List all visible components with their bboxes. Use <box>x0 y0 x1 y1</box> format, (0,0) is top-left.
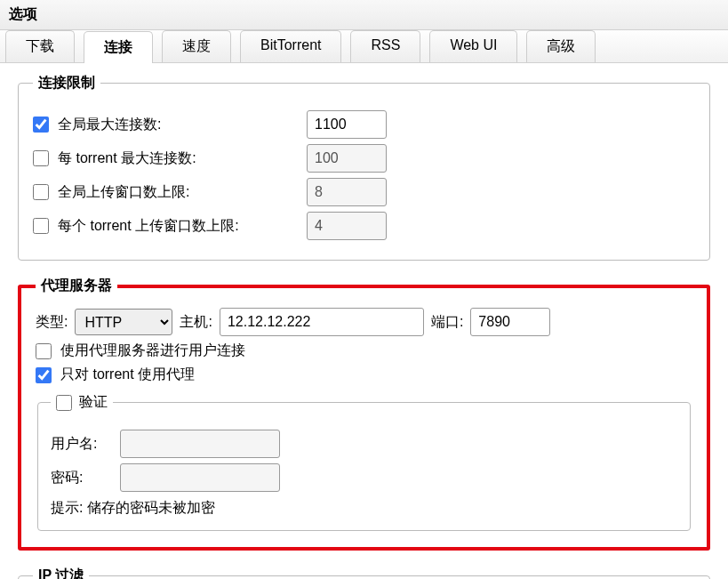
per-torrent-max-input[interactable] <box>307 144 387 173</box>
proxy-only-torrent-checkbox[interactable] <box>36 367 52 383</box>
per-torrent-upload-slots-checkbox[interactable] <box>33 218 49 234</box>
tab-webui[interactable]: Web UI <box>429 30 517 62</box>
connection-limits-group: 连接限制 全局最大连接数: 每 torrent 最大连接数: 全局上传窗口数上限… <box>18 74 710 261</box>
tab-bar: 下载 连接 速度 BitTorrent RSS Web UI 高级 <box>0 30 728 63</box>
proxy-peer-conn-checkbox[interactable] <box>36 343 52 359</box>
proxy-group: 代理服务器 类型: HTTP 主机: 端口: 使用代理服务器进行用户连接 只对 … <box>18 277 710 551</box>
proxy-auth-hint-label: 提示: <box>51 500 83 515</box>
connection-limits-legend: 连接限制 <box>33 74 100 92</box>
proxy-auth-user-label: 用户名: <box>51 435 111 454</box>
proxy-auth-pass-input[interactable] <box>120 463 280 492</box>
proxy-auth-user-input[interactable] <box>120 430 280 458</box>
proxy-peer-conn-row: 使用代理服务器进行用户连接 <box>36 342 692 360</box>
per-torrent-max-label: 每 torrent 最大连接数: <box>58 149 298 168</box>
proxy-port-label: 端口: <box>431 313 463 332</box>
connection-panel: 连接限制 全局最大连接数: 每 torrent 最大连接数: 全局上传窗口数上限… <box>0 63 728 579</box>
proxy-auth-legend: 验证 <box>79 393 108 412</box>
global-max-checkbox[interactable] <box>33 117 49 133</box>
proxy-type-label: 类型: <box>36 313 68 332</box>
tab-advanced[interactable]: 高级 <box>526 30 596 62</box>
per-torrent-max-row: 每 torrent 最大连接数: <box>33 144 695 173</box>
proxy-auth-checkbox[interactable] <box>56 395 72 411</box>
tab-rss[interactable]: RSS <box>350 30 420 62</box>
global-upload-slots-label: 全局上传窗口数上限: <box>58 183 298 202</box>
proxy-auth-hint-text: 储存的密码未被加密 <box>87 500 215 515</box>
proxy-auth-pass-row: 密码: <box>51 463 677 492</box>
tab-speed[interactable]: 速度 <box>162 30 231 62</box>
per-torrent-upload-slots-row: 每个 torrent 上传窗口数上限: <box>33 212 695 240</box>
proxy-port-input[interactable] <box>470 308 550 336</box>
global-max-input[interactable] <box>307 110 387 139</box>
per-torrent-upload-slots-input[interactable] <box>307 212 387 240</box>
global-max-row: 全局最大连接数: <box>33 110 695 139</box>
proxy-only-torrent-label: 只对 torrent 使用代理 <box>60 366 195 384</box>
proxy-auth-user-row: 用户名: <box>51 430 677 458</box>
global-upload-slots-row: 全局上传窗口数上限: <box>33 178 695 206</box>
proxy-host-label: 主机: <box>180 313 212 332</box>
proxy-peer-conn-label: 使用代理服务器进行用户连接 <box>60 342 245 360</box>
proxy-auth-pass-label: 密码: <box>51 469 111 487</box>
global-upload-slots-input[interactable] <box>307 178 387 206</box>
proxy-auth-legend-wrap: 验证 <box>51 393 113 412</box>
ip-filter-group: IP 过滤 <box>18 567 710 579</box>
proxy-row: 类型: HTTP 主机: 端口: <box>36 308 692 336</box>
tab-connection[interactable]: 连接 <box>84 31 153 63</box>
proxy-auth-hint: 提示: 储存的密码未被加密 <box>51 499 677 518</box>
global-max-label: 全局最大连接数: <box>58 116 298 134</box>
ip-filter-legend: IP 过滤 <box>33 567 89 579</box>
proxy-host-input[interactable] <box>220 308 424 336</box>
proxy-only-torrent-row: 只对 torrent 使用代理 <box>36 366 692 384</box>
proxy-type-select[interactable]: HTTP <box>75 309 172 335</box>
tab-download[interactable]: 下载 <box>5 30 75 62</box>
tab-bittorrent[interactable]: BitTorrent <box>240 30 341 62</box>
per-torrent-max-checkbox[interactable] <box>33 150 49 166</box>
proxy-legend: 代理服务器 <box>36 277 117 295</box>
per-torrent-upload-slots-label: 每个 torrent 上传窗口数上限: <box>58 217 298 236</box>
global-upload-slots-checkbox[interactable] <box>33 184 49 200</box>
window-title: 选项 <box>0 0 728 30</box>
proxy-auth-group: 验证 用户名: 密码: 提示: 储存的密码未被加密 <box>37 393 691 531</box>
